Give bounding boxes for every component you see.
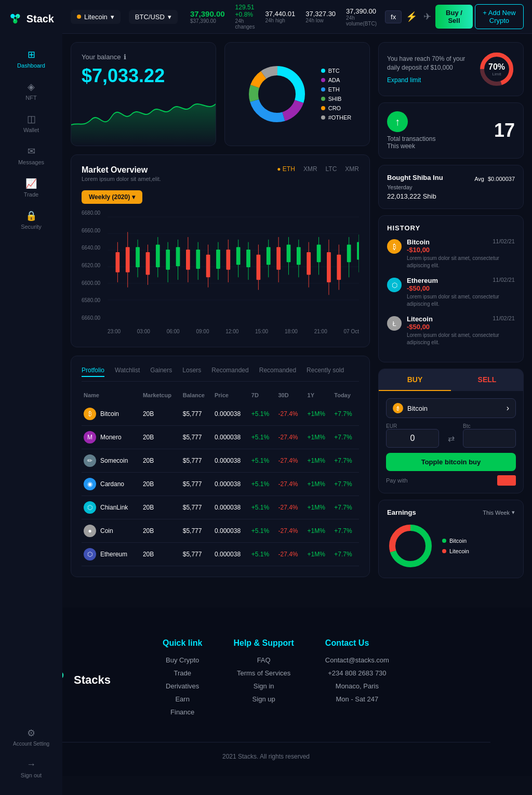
tab-losers[interactable]: Losers: [182, 367, 201, 377]
pair-selector[interactable]: BTC/USD ▾: [129, 10, 178, 24]
tab-recently-sold[interactable]: Recently sold: [307, 367, 344, 377]
coin-1y: +1M%: [305, 473, 332, 496]
expand-limit-link[interactable]: Expand limit: [387, 76, 470, 84]
buy-sell-button[interactable]: Buy / Sell: [435, 5, 473, 29]
price-section: 37,390.00 $37,390.00 129.51 +0.8% 24h ch…: [190, 4, 377, 30]
footer-top: Stacks Quick link Buy Crypto Trade Deriv…: [42, 638, 490, 721]
col-balance: Balance: [181, 388, 212, 402]
footer-faq[interactable]: FAQ: [233, 656, 294, 664]
coin-price: 0.000038: [212, 449, 249, 473]
eur-input[interactable]: [386, 429, 439, 448]
footer-copyright: 2021 Stacks. All rights reserved: [42, 742, 490, 760]
earnings-donut-chart: [387, 523, 434, 569]
tab-portfolio[interactable]: Protfolio: [82, 367, 104, 377]
svg-rect-54: [236, 247, 241, 265]
svg-rect-42: [136, 247, 140, 267]
tab-watchlist[interactable]: Watchlist: [115, 367, 140, 377]
history-item: ⬡ Ethereum 11/02/21 -$50,00 Lorem ipsum …: [387, 277, 515, 308]
tab-eth[interactable]: ● ETH: [277, 165, 295, 173]
high-block: 37,440.01 24h high: [265, 10, 295, 23]
tab-recommended1[interactable]: Recomanded: [211, 367, 248, 377]
chevron-down-icon: ▾: [132, 193, 135, 201]
sidebar-item-signout[interactable]: → Sign out: [0, 753, 62, 785]
limit-text-block: You have reach 70% of your daily deposit…: [387, 55, 470, 84]
footer-contact: Contact Us Contact@stacks.com +234 808 2…: [325, 638, 389, 721]
btc-input[interactable]: [463, 429, 516, 448]
coin-selector[interactable]: Litecoin ▾: [71, 10, 121, 24]
footer-signin[interactable]: Sign in: [233, 682, 294, 690]
sell-tab[interactable]: SELL: [451, 369, 523, 391]
footer-buy-crypto[interactable]: Buy Crypto: [163, 656, 202, 664]
col-name: Name: [82, 388, 141, 402]
eur-label: EUR: [386, 423, 439, 429]
coin-icon: M: [84, 431, 96, 444]
tab-gainers[interactable]: Gainers: [150, 367, 172, 377]
btc-label: Btc: [463, 423, 516, 429]
footer-finance[interactable]: Finance: [163, 708, 202, 716]
market-overview-card: Market Overview Lorem ipsum dolor sit am…: [71, 154, 370, 347]
footer: Stacks Quick link Buy Crypto Trade Deriv…: [0, 607, 532, 776]
market-tabs: ● ETH XMR LTC XMR: [277, 165, 359, 173]
coin-today: +7.7%: [332, 543, 359, 566]
sidebar-item-nft[interactable]: ◈ NFT: [0, 75, 62, 107]
add-crypto-button[interactable]: + Add New Crypto: [475, 4, 524, 29]
coin-today: +7.7%: [332, 519, 359, 543]
sidebar-label-wallet: Wallet: [23, 127, 39, 133]
coin-1y: +1M%: [305, 449, 332, 473]
footer-trade[interactable]: Trade: [163, 669, 202, 677]
col-1y: 1Y: [305, 388, 332, 402]
coin-price: 0.000038: [212, 473, 249, 496]
chart-icon[interactable]: ⚡: [404, 9, 419, 24]
history-description: Lorem ipsum dolor sit amet, consectetur …: [407, 293, 515, 308]
sidebar-item-wallet[interactable]: ◫ Wallet: [0, 107, 62, 139]
sidebar-item-account[interactable]: ⚙ Account Setting: [0, 721, 62, 753]
footer-derivatives[interactable]: Derivatives: [163, 682, 202, 690]
earnings-body: Bitcoin Litecoin: [387, 523, 515, 569]
info-icon: ℹ: [124, 53, 126, 61]
earnings-period-selector[interactable]: This Week ▾: [483, 509, 515, 516]
coin-today: +7.7%: [332, 402, 359, 426]
sidebar-label-security: Security: [21, 224, 42, 230]
send-icon[interactable]: ✈: [421, 9, 433, 24]
legend-btc: BTC: [321, 68, 352, 74]
svg-rect-22: [126, 247, 130, 272]
sidebar-item-security[interactable]: 🔒 Security: [0, 204, 62, 236]
weekly-period-button[interactable]: Weekly (2020) ▾: [82, 190, 142, 204]
sidebar-item-trade[interactable]: 📈 Trade: [0, 172, 62, 204]
shib-legend-dot: [321, 97, 325, 101]
low-label: 24h low: [305, 18, 336, 23]
footer-signup[interactable]: Sign up: [233, 695, 294, 703]
footer-quicklinks: Quick link Buy Crypto Trade Derivatives …: [163, 638, 202, 721]
coin-7d: +5.1%: [249, 473, 276, 496]
eth-legend-dot: [321, 87, 325, 92]
coin-name-cell: ⬡ Ethereum: [84, 548, 139, 561]
history-amount: -$50,00: [407, 284, 515, 292]
sidebar-item-messages[interactable]: ✉ Messages: [0, 139, 62, 172]
execute-buy-button[interactable]: Topple bitcoin buy: [386, 453, 516, 471]
footer-terms[interactable]: Terms of Services: [233, 669, 294, 677]
coin-1y: +1M%: [305, 426, 332, 449]
footer-location: Monaco, Paris: [325, 682, 389, 690]
coin-name: ChianLink: [100, 504, 128, 511]
coin-7d: +5.1%: [249, 519, 276, 543]
fx-button[interactable]: fx: [385, 10, 402, 23]
svg-rect-28: [206, 255, 210, 278]
svg-rect-56: [246, 250, 250, 267]
tab-recommended2[interactable]: Recomanded: [259, 367, 296, 377]
price-change-val: 129.51 +0.8%: [235, 4, 255, 18]
bought-title: Bought Shiba Inu: [387, 174, 443, 183]
coin-select-dropdown[interactable]: ₿ Bitcoin ›: [386, 398, 516, 418]
account-icon: ⚙: [27, 727, 35, 739]
coin-30d: -27.4%: [276, 543, 305, 566]
tab-xmr2[interactable]: XMR: [345, 165, 359, 173]
tab-xmr[interactable]: XMR: [303, 165, 317, 173]
history-description: Lorem ipsum dolor sit amet, consectetur …: [407, 332, 515, 346]
sidebar-item-dashboard[interactable]: ⊞ Dashboard: [0, 43, 62, 75]
price-main-value: 37,390.00: [190, 9, 225, 18]
coin-today: +7.7%: [332, 449, 359, 473]
tab-ltc[interactable]: LTC: [326, 165, 337, 173]
buy-tab[interactable]: BUY: [379, 369, 451, 391]
footer-earn[interactable]: Earn: [163, 695, 202, 703]
history-list: ₿ Bitcoin 11/02/21 -$10,00 Lorem ipsum d…: [387, 238, 515, 346]
history-item-body: Ethereum 11/02/21 -$50,00 Lorem ipsum do…: [407, 277, 515, 308]
